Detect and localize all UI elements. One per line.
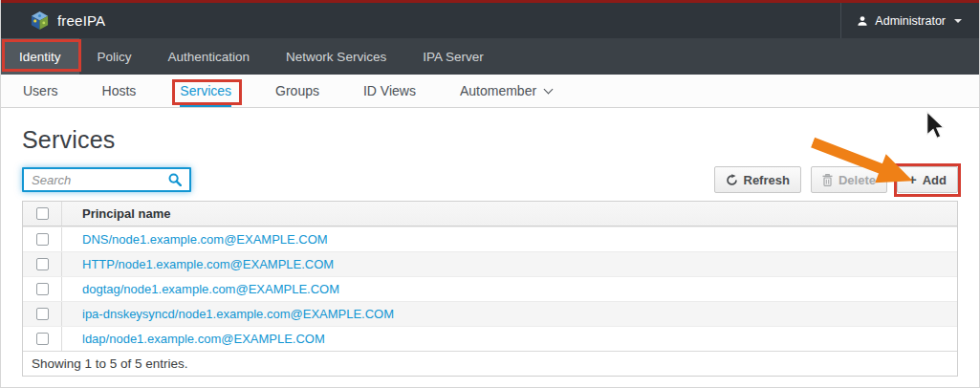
tab-label: IPA Server [423,50,484,64]
brand: freeIPA [30,11,105,31]
search-input[interactable] [24,173,166,187]
table-row: ipa-dnskeysyncd/node1.example.com@EXAMPL… [23,301,957,326]
freeipa-app-window: freeIPA Administrator Identity Policy Au… [0,0,980,388]
row-select-cell [23,327,62,351]
table-row: dogtag/node1.example.com@EXAMPLE.COM [23,276,957,301]
subtab-users[interactable]: Users [5,75,76,107]
row-checkbox[interactable] [36,283,49,295]
tab-label: Authentication [168,50,250,64]
freeipa-logo-icon [30,11,50,31]
user-icon [857,15,868,27]
subtab-label: Groups [275,75,319,107]
principal-link[interactable]: ipa-dnskeysyncd/node1.example.com@EXAMPL… [82,307,394,321]
tab-ipa-server[interactable]: IPA Server [404,38,502,75]
select-all-cell [23,202,62,226]
refresh-icon [726,174,738,186]
search-icon[interactable] [166,173,189,186]
subtab-label: Services [180,75,231,107]
delete-button[interactable]: Delete [811,166,887,193]
row-checkbox[interactable] [36,258,49,270]
subtab-label: Hosts [102,75,137,107]
secondary-nav: Users Hosts Services Groups ID Views Aut… [1,75,979,108]
tab-network-services[interactable]: Network Services [268,38,404,75]
row-select-cell [23,302,62,326]
services-table: Principal name DNS/node1.example.com@EXA… [22,201,958,377]
refresh-button[interactable]: Refresh [714,166,801,193]
subtab-label: Automember [460,75,536,107]
subtab-label: Users [23,75,58,107]
add-label: Add [923,173,947,187]
page-title: Services [22,126,958,154]
brand-name: freeIPA [57,12,105,29]
tab-label: Identity [19,50,61,64]
row-checkbox[interactable] [36,308,49,320]
chevron-down-icon [544,85,554,95]
principal-link[interactable]: dogtag/node1.example.com@EXAMPLE.COM [82,282,339,296]
tab-authentication[interactable]: Authentication [150,38,269,75]
masthead: freeIPA Administrator [1,3,979,38]
select-all-checkbox[interactable] [36,207,49,220]
chevron-down-icon [954,19,962,23]
trash-icon [822,174,833,186]
principal-name-header: Principal name [62,202,170,226]
plus-icon: + [908,172,917,186]
row-select-cell [23,277,62,301]
principal-link[interactable]: HTTP/node1.example.com@EXAMPLE.COM [82,257,334,271]
delete-label: Delete [838,173,876,187]
user-menu[interactable]: Administrator [840,3,962,38]
tab-label: Policy [98,50,132,64]
primary-nav: Identity Policy Authentication Network S… [1,38,979,75]
row-select-cell [23,252,62,276]
content-area: Services [1,126,979,377]
principal-link[interactable]: ldap/node1.example.com@EXAMPLE.COM [82,332,325,346]
toolbar: Refresh Delete + [22,166,958,193]
row-select-cell [23,227,62,251]
table-row: HTTP/node1.example.com@EXAMPLE.COM [23,251,957,276]
tab-identity[interactable]: Identity [1,38,79,75]
tab-policy[interactable]: Policy [79,38,150,75]
subtab-id-views[interactable]: ID Views [345,75,434,107]
subtab-groups[interactable]: Groups [257,75,338,107]
tab-label: Network Services [286,50,386,64]
table-header-row: Principal name [23,202,957,226]
refresh-label: Refresh [744,173,790,187]
add-button[interactable]: + Add [897,166,958,193]
subtab-label: ID Views [363,75,416,107]
principal-link[interactable]: DNS/node1.example.com@EXAMPLE.COM [82,232,328,247]
subtab-services[interactable]: Services [162,75,250,107]
table-row: DNS/node1.example.com@EXAMPLE.COM [23,226,957,251]
subtab-automember[interactable]: Automember [442,75,570,107]
user-menu-label: Administrator [875,14,946,28]
table-summary: Showing 1 to 5 of 5 entries. [23,351,957,376]
row-checkbox[interactable] [36,333,49,345]
row-checkbox[interactable] [36,233,49,246]
subtab-hosts[interactable]: Hosts [84,75,155,107]
action-buttons: Refresh Delete + [714,166,959,193]
search-box [22,167,191,192]
table-row: ldap/node1.example.com@EXAMPLE.COM [23,326,957,351]
